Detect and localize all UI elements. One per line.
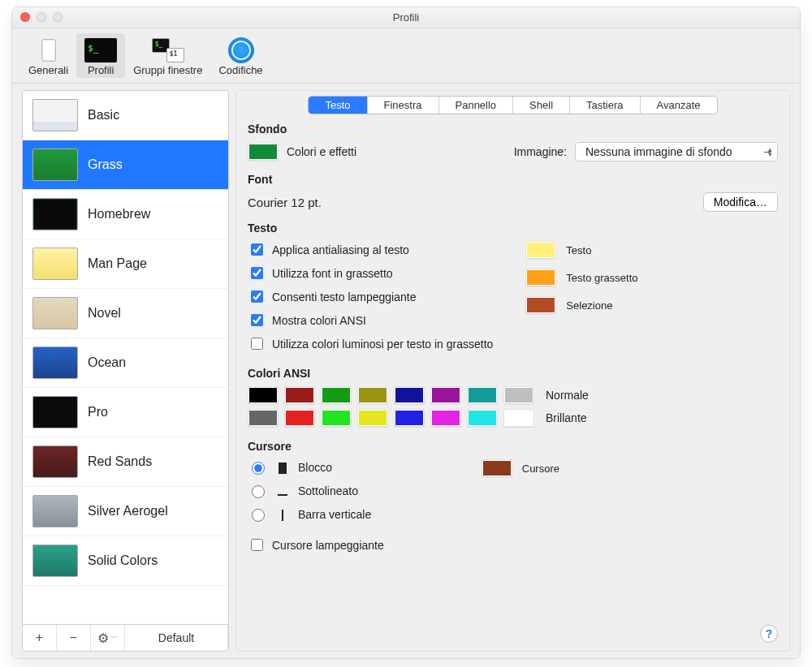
toolbar-item-profiles[interactable]: Profili	[76, 33, 125, 78]
toolbar-item-label: Codifiche	[218, 64, 262, 76]
ansi-normal-row: Normale	[248, 386, 778, 404]
ansi-bright-color-7[interactable]	[503, 409, 534, 427]
tab-panel[interactable]: Pannello	[439, 97, 514, 114]
text-color-wells: Testo Testo grassetto Selezione	[525, 241, 637, 352]
toolbar-item-general[interactable]: Generali	[20, 33, 76, 78]
radio-block-input[interactable]	[252, 462, 265, 475]
ansi-normal-color-2[interactable]	[321, 386, 352, 404]
profile-item-homebrew[interactable]: Homebrew	[23, 190, 228, 239]
underline-cursor-icon	[275, 484, 290, 497]
ansi-normal-color-0[interactable]	[248, 386, 279, 404]
radio-vertical-bar[interactable]: Barra verticale	[248, 506, 384, 522]
ansi-normal-color-4[interactable]	[394, 386, 425, 404]
ansi-bright-color-3[interactable]	[357, 409, 388, 427]
add-profile-button[interactable]: +	[23, 625, 57, 651]
set-default-button[interactable]: Default	[125, 625, 228, 651]
toolbar-item-label: Gruppi finestre	[133, 64, 202, 76]
bar-cursor-icon	[275, 508, 290, 521]
change-font-button[interactable]: Modifica…	[703, 192, 778, 212]
profile-item-man-page[interactable]: Man Page	[23, 239, 228, 289]
ansi-bright-color-5[interactable]	[430, 409, 461, 427]
profile-item-grass[interactable]: Grass	[23, 140, 228, 190]
radio-underline[interactable]: Sottolineato	[248, 483, 384, 498]
remove-profile-button[interactable]: −	[57, 625, 91, 651]
check-antialias[interactable]: Applica antialiasing al testo	[248, 241, 493, 258]
check-label: Utilizza font in grassetto	[272, 267, 393, 280]
check-bold-font[interactable]: Utilizza font in grassetto	[248, 265, 493, 282]
check-show-ansi-input[interactable]	[251, 314, 263, 326]
check-show-ansi[interactable]: Mostra colori ANSI	[248, 312, 493, 329]
ansi-normal-color-6[interactable]	[467, 386, 498, 404]
profile-item-silver-aerogel[interactable]: Silver Aerogel	[23, 487, 228, 536]
tab-advanced[interactable]: Avanzate	[641, 97, 717, 114]
text-color-well[interactable]	[525, 241, 556, 259]
profile-thumbnail	[32, 198, 78, 230]
radio-label: Sottolineato	[298, 484, 358, 497]
main-toolbar: Generali Profili Gruppi finestre Codific…	[12, 28, 800, 84]
font-description: Courier 12 pt.	[248, 196, 322, 209]
profile-item-pro[interactable]: Pro	[23, 388, 228, 437]
check-cursor-blink[interactable]: Cursore lampeggiante	[248, 536, 384, 553]
preferences-window: Profili Generali Profili Gruppi finestre…	[11, 6, 801, 659]
ansi-normal-color-1[interactable]	[284, 386, 315, 404]
profile-item-label: Solid Colors	[88, 553, 158, 568]
ansi-bright-color-2[interactable]	[321, 409, 352, 427]
profile-thumbnail	[32, 148, 78, 181]
profile-item-ocean[interactable]: Ocean	[23, 338, 228, 388]
profile-tabs: Testo Finestra Pannello Shell Tastiera A…	[248, 96, 778, 114]
profile-item-basic[interactable]: Basic	[23, 91, 228, 140]
check-bold-font-input[interactable]	[251, 267, 263, 279]
profile-item-novel[interactable]: Novel	[23, 289, 228, 338]
check-antialias-input[interactable]	[251, 243, 263, 256]
check-bright-bold[interactable]: Utilizza colori luminosi per testo in gr…	[248, 335, 493, 352]
profile-item-label: Red Sands	[88, 454, 152, 469]
window-minimize-button[interactable]	[37, 12, 46, 22]
ansi-bright-color-6[interactable]	[467, 409, 498, 427]
ansi-bright-color-4[interactable]	[394, 409, 425, 427]
color-label: Selezione	[566, 299, 612, 312]
window-close-button[interactable]	[20, 12, 30, 22]
tab-keyboard[interactable]: Tastiera	[570, 97, 641, 114]
help-button[interactable]: ?	[760, 625, 778, 643]
tab-window[interactable]: Finestra	[368, 97, 439, 114]
check-blink-text[interactable]: Consenti testo lampeggiante	[248, 288, 493, 305]
ansi-bright-color-1[interactable]	[284, 409, 315, 427]
profiles-sidebar: Basic Grass Homebrew Man Page Novel	[22, 90, 229, 652]
cursor-color-well[interactable]	[482, 459, 512, 477]
background-color-well[interactable]	[248, 143, 279, 161]
ansi-normal-color-5[interactable]	[430, 386, 461, 404]
radio-vbar-input[interactable]	[252, 509, 265, 522]
profiles-list[interactable]: Basic Grass Homebrew Man Page Novel	[23, 91, 228, 624]
radio-underline-input[interactable]	[252, 485, 265, 498]
check-bright-bold-input[interactable]	[251, 338, 263, 350]
profile-thumbnail	[32, 544, 78, 577]
selection-color-well[interactable]	[525, 296, 556, 314]
color-label: Testo	[566, 244, 591, 256]
check-label: Applica antialiasing al testo	[272, 243, 409, 256]
toolbar-item-window-groups[interactable]: Gruppi finestre	[125, 33, 210, 78]
ansi-bright-color-0[interactable]	[248, 409, 279, 427]
window-titlebar: Profili	[12, 7, 800, 28]
check-blink-text-input[interactable]	[251, 290, 263, 303]
profile-actions-button[interactable]: ⚙︎﹀	[91, 625, 125, 651]
check-label: Utilizza colori luminosi per testo in gr…	[272, 338, 493, 351]
toolbar-item-encodings[interactable]: Codifiche	[210, 33, 270, 78]
profile-item-red-sands[interactable]: Red Sands	[23, 437, 228, 487]
radio-block[interactable]: Blocco	[248, 459, 384, 475]
minus-icon: −	[70, 630, 77, 645]
general-icon	[32, 37, 65, 64]
background-image-popup[interactable]: Nessuna immagine di sfondo ▴▾	[575, 142, 778, 161]
cursor-color-label: Cursore	[522, 463, 559, 475]
tab-shell[interactable]: Shell	[513, 97, 570, 114]
tab-text[interactable]: Testo	[309, 97, 367, 114]
bold-text-color-well[interactable]	[525, 269, 556, 286]
text-options-checks: Applica antialiasing al testo Utilizza f…	[248, 241, 493, 352]
window-zoom-button[interactable]	[53, 12, 63, 22]
check-cursor-blink-input[interactable]	[251, 539, 263, 551]
ansi-normal-color-7[interactable]	[503, 386, 534, 404]
check-label: Cursore lampeggiante	[272, 539, 384, 552]
ansi-normal-color-3[interactable]	[357, 386, 388, 404]
profile-item-label: Homebrew	[88, 207, 150, 222]
profile-item-label: Man Page	[88, 256, 147, 271]
profile-item-solid-colors[interactable]: Solid Colors	[23, 536, 228, 586]
